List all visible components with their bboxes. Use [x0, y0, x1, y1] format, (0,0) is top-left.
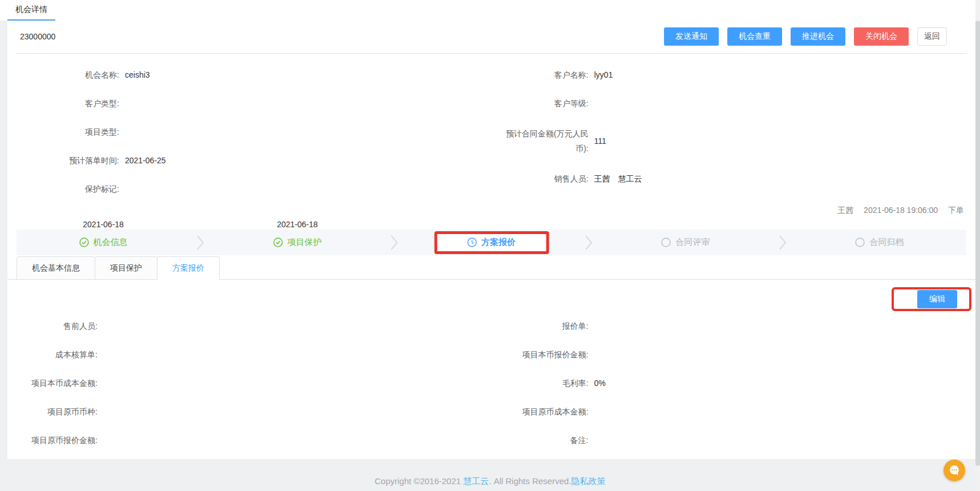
form-row: 预计合同金额(万元人民币): 111 — [499, 118, 967, 164]
edit-button[interactable]: 编辑 — [917, 290, 957, 308]
meta-user: 王茜 — [837, 206, 853, 215]
form-row: 销售人员: 王茜 慧工云 — [499, 164, 967, 193]
field-value: ceishi3 — [125, 67, 150, 82]
step-opportunity-info: 机会信息 — [17, 237, 190, 248]
circle-icon — [661, 238, 671, 247]
field-label: 项目类型: — [17, 124, 119, 139]
card-header: 23000000 发送通知 机会查重 推进机会 关闭机会 返回 — [7, 21, 975, 53]
chevron-right-icon — [578, 235, 599, 251]
step-contract-review: 合同评审 — [599, 237, 772, 248]
form-row: 预计落单时间: 2021-06-25 — [17, 146, 492, 175]
edit-row: 编辑 — [7, 280, 975, 305]
chevron-right-icon — [384, 235, 404, 251]
back-button[interactable]: 返回 — [917, 27, 947, 46]
form-row: 项目类型: — [17, 118, 492, 146]
page-footer: Copyright ©2016-2021 慧工云. All Rights Res… — [0, 459, 980, 491]
field-value: 0% — [594, 376, 606, 391]
scrollbar-thumb[interactable] — [975, 21, 980, 466]
step-date: 2021-06-18 — [210, 219, 384, 230]
step-contract-archive: 合同归档 — [793, 237, 966, 248]
form-row: 项目本币报价金额: — [499, 340, 967, 369]
field-label: 预计落单时间: — [17, 153, 119, 168]
form-row: 项目本币成本金额: — [17, 369, 492, 397]
tab-project-protection[interactable]: 项目保护 — [95, 256, 157, 280]
progress-steps-bar: 机会信息 项目保护 方案报价 合同评审 — [17, 230, 966, 255]
form-row: 机会名称: ceishi3 — [17, 61, 492, 89]
scrollbar-track — [975, 0, 980, 491]
advance-opportunity-button[interactable]: 推进机会 — [791, 27, 845, 46]
circle-icon — [855, 238, 865, 247]
opportunity-detail-card: 23000000 发送通知 机会查重 推进机会 关闭机会 返回 机会名称: ce… — [7, 21, 975, 459]
privacy-policy-link[interactable]: 隐私政策 — [571, 476, 605, 486]
form-row: 毛利率: 0% — [499, 369, 967, 397]
field-label: 销售人员: — [499, 171, 589, 186]
field-label: 报价单: — [499, 319, 589, 333]
opportunity-number: 23000000 — [20, 32, 55, 41]
chat-bubble-icon — [947, 464, 961, 477]
form-row: 成本核算单: — [17, 340, 492, 369]
field-label: 备注: — [499, 433, 589, 448]
step-quotation[interactable]: 方案报价 — [404, 237, 578, 248]
order-meta: 王茜 2021-06-18 19:06:00 下单 — [7, 206, 975, 217]
form-row: 客户类型: — [17, 89, 492, 118]
tab-quotation[interactable]: 方案报价 — [157, 256, 220, 280]
field-label: 成本核算单: — [17, 347, 98, 362]
form-row: 客户等级: — [499, 89, 967, 118]
form-row: 报价单: — [499, 312, 967, 340]
quotation-section: 售前人员: 成本核算单: 项目本币成本金额: 项目原币币种: 项目原币报价金额: — [7, 305, 975, 454]
field-label: 客户类型: — [17, 96, 119, 111]
field-label: 项目原币币种: — [17, 404, 98, 419]
field-value: 2021-06-25 — [125, 153, 166, 168]
form-row: 保护标记: — [17, 175, 492, 203]
chat-fab-button[interactable] — [943, 460, 965, 481]
brand-link[interactable]: 慧工云 — [463, 476, 489, 486]
field-label: 保护标记: — [17, 182, 119, 196]
form-row: 项目原币成本金额: — [499, 397, 967, 426]
basic-info-section: 机会名称: ceishi3 客户类型: 项目类型: 预计落单时间: 2021-0… — [7, 54, 975, 203]
detail-tabs: 机会基本信息 项目保护 方案报价 — [7, 256, 975, 280]
meta-time: 2021-06-18 19:06:00 — [864, 206, 938, 215]
form-row: 客户名称: lyy01 — [499, 61, 967, 89]
field-value: 王茜 慧工云 — [594, 171, 642, 186]
send-notice-button[interactable]: 发送通知 — [664, 27, 719, 46]
field-value: lyy01 — [594, 67, 613, 82]
field-label: 售前人员: — [17, 319, 98, 333]
field-label: 项目本币成本金额: — [17, 376, 98, 391]
header-actions: 发送通知 机会查重 推进机会 关闭机会 返回 — [664, 27, 947, 46]
step-project-protection: 项目保护 — [210, 237, 384, 248]
chevron-right-icon — [772, 235, 793, 251]
form-row: 备注: — [499, 426, 967, 454]
field-label: 项目原币报价金额: — [17, 433, 98, 448]
tab-opportunity-detail[interactable]: 机会详情 — [7, 0, 55, 21]
check-circle-icon — [79, 238, 89, 247]
field-label: 项目原币成本金额: — [499, 404, 589, 419]
step-dates-row: 2021-06-18 2021-06-18 — [17, 217, 966, 230]
field-value: 111 — [594, 134, 606, 148]
step-date: 2021-06-18 — [17, 219, 190, 230]
tab-basic-info[interactable]: 机会基本信息 — [17, 256, 95, 280]
form-row: 项目原币报价金额: — [17, 426, 492, 454]
field-label: 预计合同金额(万元人民币): — [499, 126, 589, 156]
copyright-text: . All Rights Reserved. — [489, 476, 571, 486]
field-label: 项目本币报价金额: — [499, 347, 589, 362]
field-label: 机会名称: — [17, 67, 119, 82]
field-label: 客户名称: — [499, 67, 589, 82]
form-row: 售前人员: — [17, 312, 492, 340]
field-label: 毛利率: — [499, 376, 589, 391]
form-row: 项目原币币种: — [17, 397, 492, 426]
page-tab-bar: 机会详情 — [0, 0, 980, 21]
dedupe-check-button[interactable]: 机会查重 — [727, 27, 782, 46]
clock-icon — [467, 238, 477, 247]
check-circle-icon — [273, 238, 283, 247]
meta-action: 下单 — [948, 206, 964, 215]
chevron-right-icon — [190, 235, 210, 251]
copyright-text: Copyright ©2016-2021 — [375, 476, 463, 486]
field-label: 客户等级: — [499, 96, 589, 111]
close-opportunity-button[interactable]: 关闭机会 — [854, 27, 909, 46]
